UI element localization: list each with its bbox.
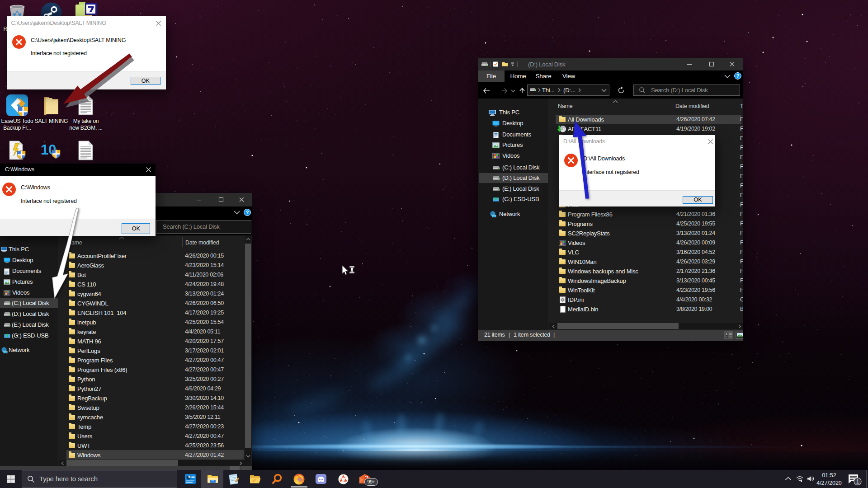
svg-text:1: 1 <box>856 479 859 485</box>
